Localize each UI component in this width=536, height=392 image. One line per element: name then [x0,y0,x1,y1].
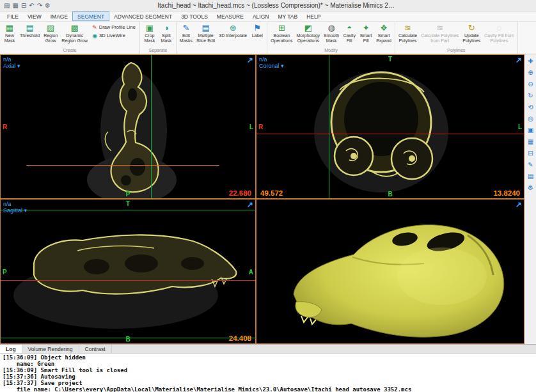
dynamic-region-grow-button[interactable]: ▩ Dynamic Region Grow [59,22,90,43]
slice-indicator-horizontal[interactable] [26,165,219,166]
redo-icon[interactable]: ↷ [37,1,42,11]
log-panel: Log Volume Rendering Contrast [15:36:09]… [0,344,536,392]
split-mask-icon: ◑ [164,23,169,33]
smooth-mask-button[interactable]: ◍ Smooth Mask [322,22,341,43]
print-icon[interactable]: ⊟ [21,1,26,11]
tab-volume-rendering[interactable]: Volume Rendering [22,345,79,353]
coronal-slice-position-left: 49.572 [260,189,283,197]
crosshair-vertical[interactable] [329,55,329,198]
settings-icon[interactable]: ⚙ [526,184,535,192]
log-line: file name: C:\Users\every\AppData\Local\… [3,386,533,392]
zoom-in-icon[interactable]: ⊕ [526,68,535,77]
annotate-icon[interactable]: ✎ [526,161,535,169]
chevron-down-icon: ▾ [24,207,28,214]
multiple-slice-edit-icon: ▤ [202,23,210,33]
region-grow-icon: ▨ [47,23,54,33]
region-grow-button[interactable]: ▨ Region Grow [42,22,59,43]
cavity-fill-from-polylines-icon: ◌ [497,23,502,33]
crosshair-vertical[interactable] [151,55,152,198]
menu-my-tab[interactable]: MY TAB [273,12,302,21]
rotate-icon[interactable]: ↻ [526,91,535,100]
new-mask-icon: ▦ [6,23,13,33]
viewport-sagittal[interactable]: n/a Sagittal ▾ ↗ P A T B 24.408 [1,200,255,343]
menu-3d-tools[interactable]: 3D TOOLS [177,12,212,21]
update-polylines-button[interactable]: ↻ Update Polylines [461,22,482,43]
menu-view[interactable]: VIEW [23,12,46,21]
new-file-icon[interactable]: ▤ [4,1,10,11]
threshold-label: Threshold [20,33,40,38]
3d-livewire-button[interactable]: ◉ 3D LiveWire [92,33,136,39]
menu-file[interactable]: FILE [3,12,23,21]
3d-interpolate-button[interactable]: ⊕ 3D Interpolate [217,22,249,38]
threshold-button[interactable]: ▤ Threshold [18,22,42,38]
layers-icon[interactable]: ▤ [526,172,535,181]
sagittal-view-selector[interactable]: Sagittal ▾ [3,207,27,214]
new-mask-button[interactable]: ▦ New Mask [1,22,18,43]
layout-icon[interactable]: ▦ [526,137,535,146]
axial-maximize-icon[interactable]: ↗ [247,56,253,65]
draw-profile-line-button[interactable]: ✎ Draw Profile Line [92,24,136,31]
orientation-marker-top: T [388,56,392,63]
reset-view-icon[interactable]: ⟲ [526,103,535,112]
quick-access-toolbar: ▤ ▦ ⊟ ↶ ↷ ⚙ [0,1,54,11]
tab-log[interactable]: Log [0,345,22,353]
smooth-mask-icon: ◍ [327,23,335,33]
menu-align[interactable]: ALIGN [248,12,274,21]
crosshair-horizontal[interactable] [1,280,255,281]
polylines-group-label: Polylines [397,47,516,54]
smart-expand-icon: ❖ [380,23,388,33]
multiple-slice-edit-button[interactable]: ▤ Multiple Slice Edit [194,22,217,43]
edit-masks-icon: ✎ [183,23,190,33]
axial-view-selector[interactable]: Axial ▾ [3,63,20,69]
measure-icon[interactable]: ⊟ [526,149,535,158]
ribbon-group-modify: ⊞ Boolean Operations ◩ Morphology Operat… [267,22,395,54]
undo-icon[interactable]: ↶ [29,1,34,11]
viewport-axial[interactable]: n/a Axial ▾ ↗ R L P 22.680 [1,55,255,198]
draw-profile-line-label: Draw Profile Line [99,25,136,30]
workspace: n/a Axial ▾ ↗ R L P 22.680 [0,54,536,344]
modify-group-label: Modify [269,47,393,54]
crosshair-icon[interactable]: ◎ [526,114,535,123]
menu-measure[interactable]: MEASURE [212,12,248,21]
log-tab-bar: Log Volume Rendering Contrast [0,345,536,354]
log-line: [15:37:37] Save project [3,380,533,386]
viewport-coronal[interactable]: n/a Coronal ▾ ↗ R L T B 49.572 13.8240 [256,55,524,198]
crop-mask-button[interactable]: ▣ Crop Mask [141,22,158,43]
calculate-polylines-from-part-button: ≋ Calculate Polylines from Part [419,22,461,43]
settings-icon[interactable]: ⚙ [45,1,51,11]
menu-help[interactable]: HELP [302,12,325,21]
boolean-operations-button[interactable]: ⊞ Boolean Operations [269,22,294,43]
menu-image[interactable]: IMAGE [46,12,72,21]
window-title: Itachi_head ~ Itachi_head.mcs ~ (Lossles… [54,2,536,9]
pan-icon[interactable]: ✚ [526,57,535,66]
cavity-fill-button[interactable]: ◓ Cavity Fill [341,22,358,43]
edit-group-label [178,47,265,54]
3d-maximize-icon[interactable]: ↗ [516,200,522,209]
save-icon[interactable]: ▦ [12,1,18,11]
create-small-buttons: ✎ Draw Profile Line ◉ 3D LiveWire [90,22,138,39]
morphology-operations-button[interactable]: ◩ Morphology Operations [295,22,322,43]
crosshair-horizontal[interactable] [256,134,524,134]
orientation-marker-right: L [249,123,253,130]
sagittal-maximize-icon[interactable]: ↗ [247,200,253,209]
split-mask-button[interactable]: ◑ Split Mask [158,22,175,43]
menu-advanced-segment[interactable]: ADVANCED SEGMENT [109,12,177,21]
ribbon-group-edit: ✎ Edit Masks ▤ Multiple Slice Edit ⊕ 3D … [177,22,267,54]
menu-segment[interactable]: SEGMENT [72,12,109,21]
camera-icon[interactable]: ▣ [526,126,535,135]
tab-contrast[interactable]: Contrast [79,345,112,353]
edit-masks-button[interactable]: ✎ Edit Masks [178,22,194,43]
viewport-3d[interactable]: ↗ [256,200,524,343]
orientation-marker-bottom: P [126,191,130,198]
label-button[interactable]: ⚑ Label [249,22,265,38]
axial-slice-position: 22.680 [229,189,251,197]
coronal-view-selector[interactable]: Coronal ▾ [259,63,284,69]
dynamic-region-grow-label: Dynamic [66,33,83,38]
axial-slice-image [1,55,255,198]
calculate-polylines-button[interactable]: ≋ Calculate Polylines [397,22,419,43]
smart-fill-button[interactable]: ✦ Smart Fill [358,22,374,43]
zoom-out-icon[interactable]: ⊖ [526,80,535,89]
coronal-maximize-icon[interactable]: ↗ [516,56,522,65]
coronal-slice-position-right: 13.8240 [493,189,520,197]
smart-expand-button[interactable]: ❖ Smart Expand [374,22,393,43]
